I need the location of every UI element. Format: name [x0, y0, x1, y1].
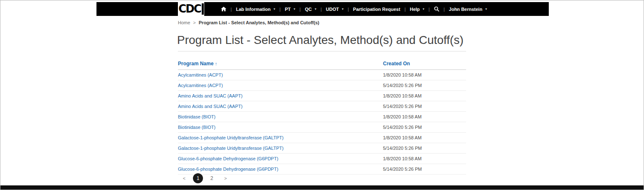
program-table: Program Name↑ Created On Acylcarnitines …	[178, 57, 466, 175]
breadcrumb: Home>Program List - Select Analytes, Met…	[178, 20, 319, 25]
table-header-row: Program Name↑ Created On	[178, 57, 466, 70]
created-on-cell: 1/8/2020 10:58 AM	[383, 91, 466, 101]
pagination-prev-button[interactable]: <	[179, 173, 189, 183]
breadcrumb-separator: >	[193, 20, 195, 25]
program-link[interactable]: Amino Acids and SUAC (AAPT)	[178, 104, 243, 109]
program-name-cell: Acylcarnitines (ACPT)	[178, 80, 383, 91]
nav-lab-information[interactable]: Lab Information▾	[232, 7, 279, 12]
pagination-page-2[interactable]: 2	[207, 173, 217, 183]
nav-pt[interactable]: PT▾	[281, 7, 299, 12]
program-link[interactable]: Glucose-6-phosphate Dehydrogenase (G6PDP…	[178, 167, 278, 172]
app-window: CDC |Lab Information▾|PT▾|QC▾|UDOT▾|Part…	[0, 0, 644, 190]
created-on-cell: 5/14/2020 5:26 PM	[383, 80, 466, 91]
chevron-down-icon: ▾	[423, 8, 424, 11]
created-on-cell: 5/14/2020 5:26 PM	[383, 122, 466, 133]
created-on-cell: 1/8/2020 10:58 AM	[383, 70, 466, 80]
nav-help[interactable]: Help▾	[406, 7, 428, 12]
sort-ascending-icon: ↑	[215, 61, 217, 66]
table-row: Amino Acids and SUAC (AAPT)5/14/2020 5:2…	[178, 101, 466, 112]
program-link[interactable]: Biotinidase (BIOT)	[178, 125, 216, 130]
chevron-down-icon: ▾	[314, 8, 316, 11]
program-link[interactable]: Acylcarnitines (ACPT)	[178, 83, 223, 88]
table-row: Acylcarnitines (ACPT)1/8/2020 10:58 AM	[178, 70, 466, 80]
program-name-cell: Amino Acids and SUAC (AAPT)	[178, 91, 383, 101]
program-name-cell: Galactose-1-phosphate Uridyltransferase …	[178, 133, 383, 143]
pagination-next-button[interactable]: >	[221, 173, 231, 183]
breadcrumb-home-link[interactable]: Home	[178, 20, 190, 25]
nav-item-label: UDOT	[326, 7, 339, 12]
created-on-cell: 1/8/2020 10:58 AM	[383, 133, 466, 143]
nav-qc[interactable]: QC▾	[301, 7, 321, 12]
program-name-cell: Glucose-6-phosphate Dehydrogenase (G6PDP…	[178, 164, 383, 175]
table-row: Acylcarnitines (ACPT)5/14/2020 5:26 PM	[178, 80, 466, 91]
title-divider	[178, 51, 466, 51]
column-header-created-on[interactable]: Created On	[383, 57, 466, 70]
pagination-page-1[interactable]: 1	[193, 173, 203, 183]
program-table-body: Acylcarnitines (ACPT)1/8/2020 10:58 AMAc…	[178, 70, 466, 175]
column-label-program-name: Program Name	[178, 61, 213, 67]
table-row: Glucose-6-phosphate Dehydrogenase (G6PDP…	[178, 154, 466, 164]
pagination: <12>	[179, 173, 231, 183]
table-row: Glucose-6-phosphate Dehydrogenase (G6PDP…	[178, 164, 466, 175]
nav-item-label: QC	[305, 7, 312, 12]
table-row: Biotinidase (BIOT)1/8/2020 10:58 AM	[178, 112, 466, 122]
program-name-cell: Biotinidase (BIOT)	[178, 112, 383, 122]
program-link[interactable]: Galactose-1-phosphate Uridyltransferase …	[178, 135, 284, 140]
program-name-cell: Acylcarnitines (ACPT)	[178, 70, 383, 80]
table-row: Amino Acids and SUAC (AAPT)1/8/2020 10:5…	[178, 91, 466, 101]
nav-item-label: PT	[285, 7, 291, 12]
top-navbar: CDC |Lab Information▾|PT▾|QC▾|UDOT▾|Part…	[96, 2, 549, 16]
chevron-down-icon: ▾	[342, 8, 343, 11]
table-row: Galactose-1-phosphate Uridyltransferase …	[178, 143, 466, 154]
nav-item-label: Participation Request	[353, 7, 400, 12]
program-name-cell: Glucose-6-phosphate Dehydrogenase (G6PDP…	[178, 154, 383, 164]
program-link[interactable]: Biotinidase (BIOT)	[178, 114, 216, 119]
created-on-cell: 1/8/2020 10:58 AM	[383, 154, 466, 164]
nav-udot[interactable]: UDOT▾	[322, 7, 347, 12]
table-row: Galactose-1-phosphate Uridyltransferase …	[178, 133, 466, 143]
chevron-down-icon: ▾	[294, 8, 295, 11]
program-link[interactable]: Galactose-1-phosphate Uridyltransferase …	[178, 146, 284, 151]
program-link[interactable]: Acylcarnitines (ACPT)	[178, 72, 223, 77]
chevron-down-icon: ▾	[485, 8, 487, 11]
program-name-cell: Galactose-1-phosphate Uridyltransferase …	[178, 143, 383, 154]
created-on-cell: 5/14/2020 5:26 PM	[383, 101, 466, 112]
nav-search[interactable]	[430, 6, 444, 12]
column-header-program-name[interactable]: Program Name↑	[178, 57, 383, 70]
home-icon	[221, 7, 226, 11]
program-name-cell: Amino Acids and SUAC (AAPT)	[178, 101, 383, 112]
nav-user-john-bernstein[interactable]: John Bernstein▾	[445, 7, 491, 12]
created-on-cell: 1/8/2020 10:58 AM	[383, 112, 466, 122]
table-row: Biotinidase (BIOT)5/14/2020 5:26 PM	[178, 122, 466, 133]
search-icon	[434, 6, 439, 12]
column-label-created-on: Created On	[383, 61, 410, 67]
nav-item-label: Lab Information	[236, 7, 271, 12]
program-link[interactable]: Glucose-6-phosphate Dehydrogenase (G6PDP…	[178, 156, 278, 161]
nav-participation-request[interactable]: Participation Request	[349, 7, 404, 12]
program-name-cell: Biotinidase (BIOT)	[178, 122, 383, 133]
nav-menu: |Lab Information▾|PT▾|QC▾|UDOT▾|Particip…	[96, 2, 549, 16]
created-on-cell: 5/14/2020 5:26 PM	[383, 164, 466, 175]
nav-home[interactable]	[217, 7, 231, 11]
breadcrumb-current: Program List - Select Analytes, Method(s…	[199, 20, 319, 25]
nav-item-label: John Bernstein	[449, 7, 482, 12]
footer-bar	[0, 185, 644, 190]
program-link[interactable]: Amino Acids and SUAC (AAPT)	[178, 93, 243, 98]
page-title: Program List - Select Analytes, Method(s…	[177, 33, 464, 47]
created-on-cell: 5/14/2020 5:26 PM	[383, 143, 466, 154]
chevron-down-icon: ▾	[274, 8, 275, 11]
nav-item-label: Help	[410, 7, 420, 12]
